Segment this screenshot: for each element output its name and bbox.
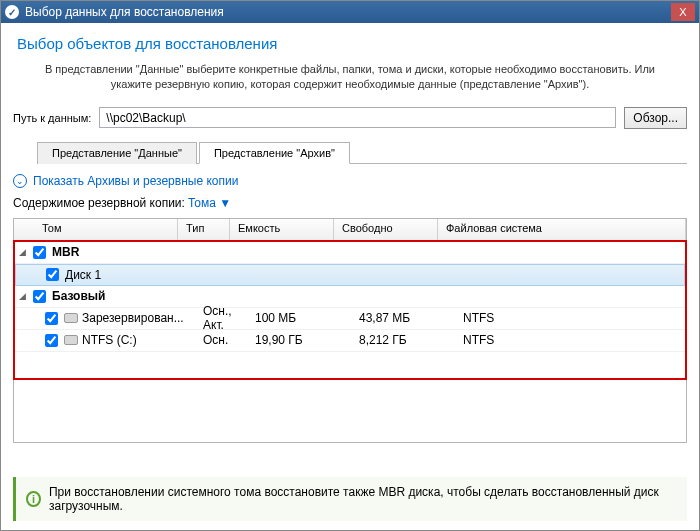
- reserved-name: Зарезервирован...: [82, 311, 184, 325]
- reserved-free: 43,87 МБ: [359, 311, 463, 325]
- ntfs-c-name: NTFS (C:): [82, 333, 137, 347]
- reserved-fs: NTFS: [463, 311, 685, 325]
- col-type[interactable]: Тип: [178, 219, 230, 240]
- reserved-type: Осн., Акт.: [203, 304, 255, 332]
- data-grid: Том Тип Емкость Свободно Файловая систем…: [13, 218, 687, 443]
- disk1-label: Диск 1: [65, 268, 101, 282]
- path-label: Путь к данным:: [13, 112, 91, 124]
- col-free[interactable]: Свободно: [334, 219, 438, 240]
- grid-body: ◢ MBR Диск 1 ◢ Базовый Зарезервирован...: [13, 240, 687, 380]
- close-icon[interactable]: X: [671, 3, 695, 21]
- show-archives-label: Показать Архивы и резервные копии: [33, 174, 238, 188]
- contents-row: Содержимое резервной копии: Тома ▼: [13, 196, 687, 210]
- checkbox-disk1[interactable]: [46, 268, 59, 281]
- titlebar: ✓ Выбор данных для восстановления X: [1, 1, 699, 23]
- page-title: Выбор объектов для восстановления: [17, 35, 687, 52]
- row-ntfs-c[interactable]: NTFS (C:) Осн. 19,90 ГБ 8,212 ГБ NTFS: [15, 330, 685, 352]
- col-filesystem[interactable]: Файловая система: [438, 219, 686, 240]
- checkbox-mbr[interactable]: [33, 246, 46, 259]
- chevron-down-icon: ⌄: [13, 174, 27, 188]
- mbr-label: MBR: [52, 245, 79, 259]
- instruction-text: В представлении "Данные" выберите конкре…: [30, 62, 670, 93]
- row-reserved[interactable]: Зарезервирован... Осн., Акт. 100 МБ 43,8…: [15, 308, 685, 330]
- contents-dropdown[interactable]: Тома ▼: [188, 196, 231, 210]
- ntfs-c-fs: NTFS: [463, 333, 685, 347]
- disk-icon: [64, 335, 78, 345]
- ntfs-c-cap: 19,90 ГБ: [255, 333, 359, 347]
- ntfs-c-free: 8,212 ГБ: [359, 333, 463, 347]
- grid-header: Том Тип Емкость Свободно Файловая систем…: [14, 219, 686, 241]
- reserved-cap: 100 МБ: [255, 311, 359, 325]
- contents-label: Содержимое резервной копии:: [13, 196, 185, 210]
- app-icon: ✓: [5, 5, 19, 19]
- collapse-icon[interactable]: ◢: [19, 247, 31, 257]
- tab-archive[interactable]: Представление "Архив": [199, 142, 350, 164]
- checkbox-ntfs-c[interactable]: [45, 334, 58, 347]
- path-input[interactable]: [99, 107, 616, 128]
- row-basic[interactable]: ◢ Базовый: [15, 286, 685, 308]
- checkbox-basic[interactable]: [33, 290, 46, 303]
- tabs: Представление "Данные" Представление "Ар…: [37, 141, 687, 164]
- row-mbr[interactable]: ◢ MBR: [15, 242, 685, 264]
- info-icon: i: [26, 491, 41, 507]
- disk-icon: [64, 313, 78, 323]
- titlebar-text: Выбор данных для восстановления: [25, 5, 671, 19]
- col-volume[interactable]: Том: [14, 219, 178, 240]
- ntfs-c-type: Осн.: [203, 333, 255, 347]
- show-archives-toggle[interactable]: ⌄ Показать Архивы и резервные копии: [13, 174, 687, 188]
- checkbox-reserved[interactable]: [45, 312, 58, 325]
- basic-label: Базовый: [52, 289, 105, 303]
- tab-data[interactable]: Представление "Данные": [37, 142, 197, 164]
- row-disk1[interactable]: Диск 1: [15, 264, 685, 286]
- info-bar: i При восстановлении системного тома вос…: [13, 477, 687, 521]
- info-text: При восстановлении системного тома восст…: [49, 485, 677, 513]
- browse-button[interactable]: Обзор...: [624, 107, 687, 129]
- col-capacity[interactable]: Емкость: [230, 219, 334, 240]
- collapse-icon[interactable]: ◢: [19, 291, 31, 301]
